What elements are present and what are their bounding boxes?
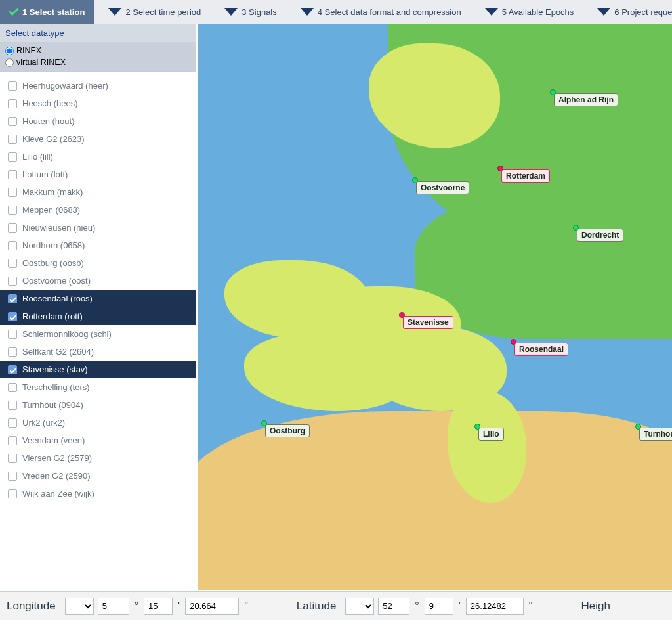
station-checkbox[interactable] <box>8 347 17 357</box>
wizard-step-label: 2 Select time period <box>125 7 201 17</box>
wizard-step[interactable]: 1 Select station <box>0 0 94 24</box>
station-checkbox[interactable] <box>8 312 17 321</box>
station-checkbox[interactable] <box>8 365 17 374</box>
station-row[interactable]: Roosendaal (roos) <box>0 290 196 307</box>
station-checkbox[interactable] <box>8 383 17 392</box>
wizard-step[interactable]: 6 Project request <box>588 0 672 24</box>
map-marker-label[interactable]: Turnhout <box>639 428 672 441</box>
map-marker-label[interactable]: Rotterdam <box>501 169 550 183</box>
latitude-min-input[interactable] <box>425 598 453 615</box>
radio-virtual-rinex[interactable]: virtual RINEX <box>5 56 191 68</box>
wizard-step[interactable]: 3 Signals <box>215 0 285 24</box>
wizard-step[interactable]: 5 Available Epochs <box>476 0 583 24</box>
station-row[interactable]: Viersen G2 (2579) <box>0 449 196 467</box>
station-label: Vreden G2 (2590) <box>22 471 91 481</box>
station-checkbox[interactable] <box>8 330 17 339</box>
latitude-sec-input[interactable] <box>466 598 524 615</box>
station-label: Makkum (makk) <box>22 187 83 197</box>
station-label: Heerhugowaard (heer) <box>22 81 108 91</box>
station-checkbox[interactable] <box>8 241 17 250</box>
map-marker-label[interactable]: Alphen ad Rijn <box>554 93 618 106</box>
check-icon <box>9 5 19 16</box>
longitude-deg-input[interactable] <box>98 598 129 615</box>
station-label: Heesch (hees) <box>22 99 78 108</box>
minute-symbol: ' <box>177 600 181 612</box>
wizard-step[interactable]: 4 Select data format and compression <box>291 0 471 24</box>
station-row[interactable]: Turnhout (0904) <box>0 396 196 414</box>
station-label: Selfkant G2 (2604) <box>22 347 94 357</box>
longitude-sec-input[interactable] <box>185 598 239 615</box>
station-checkbox[interactable] <box>8 135 17 144</box>
map-marker-label[interactable]: Stavenisse <box>403 316 453 329</box>
datatype-radio-group: RINEX virtual RINEX <box>0 42 196 71</box>
station-row[interactable]: Kleve G2 (2623) <box>0 130 196 148</box>
station-row[interactable]: Oostburg (oosb) <box>0 254 196 272</box>
station-row[interactable]: Schiermonnikoog (schi) <box>0 325 196 343</box>
station-row[interactable]: Rotterdam (rott) <box>0 307 196 325</box>
station-list[interactable]: Heerhugowaard (heer)Heesch (hees)Houten … <box>0 71 196 590</box>
radio-virtual-rinex-input[interactable] <box>5 58 14 67</box>
wizard-step[interactable]: 2 Select time period <box>99 0 210 24</box>
station-checkbox[interactable] <box>8 117 17 126</box>
station-checkbox[interactable] <box>8 259 17 268</box>
station-row[interactable]: Vreden G2 (2590) <box>0 467 196 485</box>
chevron-down-icon <box>224 8 238 16</box>
station-checkbox[interactable] <box>8 188 17 197</box>
station-checkbox[interactable] <box>8 418 17 428</box>
station-checkbox[interactable] <box>8 81 17 91</box>
station-row[interactable]: Lillo (lill) <box>0 148 196 166</box>
map-marker-label[interactable]: Lillo <box>478 428 504 441</box>
station-checkbox[interactable] <box>8 472 17 481</box>
station-row[interactable]: Meppen (0683) <box>0 201 196 219</box>
station-label: Nieuwleusen (nieu) <box>22 223 95 232</box>
station-checkbox[interactable] <box>8 401 17 410</box>
latitude-deg-input[interactable] <box>378 598 410 615</box>
map-marker-label[interactable]: Roosendaal <box>514 343 568 356</box>
station-row[interactable]: Terschelling (ters) <box>0 378 196 396</box>
station-row[interactable]: Stavenisse (stav) <box>0 361 196 378</box>
map[interactable]: Alphen ad RijnRotterdamOostvoorneDordrec… <box>198 24 672 590</box>
longitude-label: Longitude <box>7 600 61 613</box>
station-checkbox[interactable] <box>8 206 17 215</box>
station-row[interactable]: Oostvoorne (oost) <box>0 272 196 290</box>
station-row[interactable]: Heesch (hees) <box>0 95 196 112</box>
station-checkbox[interactable] <box>8 152 17 162</box>
latitude-direction-select[interactable]: N <box>345 598 374 615</box>
station-row[interactable]: Heerhugowaard (heer) <box>0 77 196 95</box>
map-marker-label[interactable]: Oostvoorne <box>416 181 469 194</box>
station-row[interactable]: Nordhorn (0658) <box>0 236 196 254</box>
station-row[interactable]: Makkum (makk) <box>0 183 196 201</box>
station-checkbox[interactable] <box>8 454 17 463</box>
radio-rinex-input[interactable] <box>5 47 14 55</box>
chevron-down-icon <box>597 8 610 16</box>
station-row[interactable]: Urk2 (urk2) <box>0 414 196 432</box>
radio-virtual-rinex-label: virtual RINEX <box>16 56 66 68</box>
station-row[interactable]: Lottum (lott) <box>0 166 196 183</box>
station-checkbox[interactable] <box>8 294 17 303</box>
wizard-step-label: 5 Available Epochs <box>502 7 574 17</box>
station-row[interactable]: Nieuwleusen (nieu) <box>0 219 196 236</box>
station-label: Nordhorn (0658) <box>22 240 85 250</box>
sidebar: Select datatype RINEX virtual RINEX Heer… <box>0 24 198 590</box>
station-checkbox[interactable] <box>8 277 17 286</box>
station-label: Veendam (veen) <box>22 435 85 445</box>
station-row[interactable]: Selfkant G2 (2604) <box>0 343 196 361</box>
longitude-direction-select[interactable]: E <box>65 598 94 615</box>
map-marker-label[interactable]: Oostburg <box>265 424 310 437</box>
station-label: Rotterdam (rott) <box>22 311 83 321</box>
station-checkbox[interactable] <box>8 170 17 179</box>
station-checkbox[interactable] <box>8 436 17 445</box>
station-checkbox[interactable] <box>8 99 17 108</box>
chevron-down-icon <box>108 8 121 16</box>
station-row[interactable]: Veendam (veen) <box>0 432 196 449</box>
height-label: Heigh <box>581 600 616 613</box>
radio-rinex[interactable]: RINEX <box>5 45 191 56</box>
sidebar-header: Select datatype <box>0 24 196 42</box>
map-marker-label[interactable]: Dordrecht <box>577 229 623 242</box>
station-row[interactable]: Wijk aan Zee (wijk) <box>0 485 196 502</box>
station-checkbox[interactable] <box>8 489 17 498</box>
longitude-min-input[interactable] <box>144 598 173 615</box>
station-row[interactable]: Houten (hout) <box>0 112 196 130</box>
wizard-step-label: 3 Signals <box>242 7 276 17</box>
station-checkbox[interactable] <box>8 223 17 232</box>
